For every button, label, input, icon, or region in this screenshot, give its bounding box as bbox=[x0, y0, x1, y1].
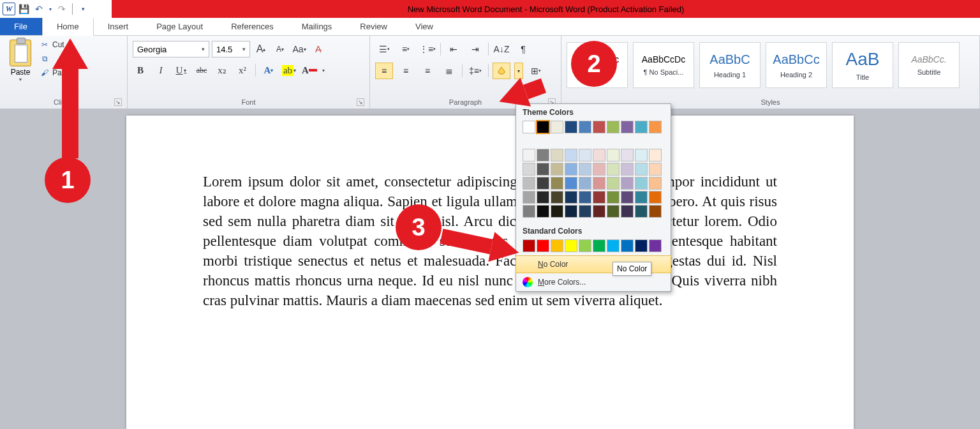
theme-swatch[interactable] bbox=[551, 191, 563, 204]
standard-swatch[interactable] bbox=[649, 239, 662, 252]
theme-swatch[interactable] bbox=[621, 177, 634, 190]
theme-swatch[interactable] bbox=[537, 149, 549, 162]
theme-swatch[interactable] bbox=[523, 149, 535, 162]
redo-icon[interactable]: ↷ bbox=[55, 2, 69, 16]
theme-swatch[interactable] bbox=[565, 191, 577, 204]
theme-swatch[interactable] bbox=[579, 149, 591, 162]
numbering-button[interactable]: ≡▾ bbox=[397, 41, 415, 57]
theme-swatch[interactable] bbox=[607, 205, 620, 218]
theme-swatch[interactable] bbox=[565, 121, 577, 133]
theme-swatch[interactable] bbox=[621, 163, 634, 176]
theme-swatch[interactable] bbox=[621, 191, 634, 204]
theme-swatch[interactable] bbox=[649, 177, 662, 190]
tab-page-layout[interactable]: Page Layout bbox=[142, 18, 217, 35]
theme-swatch[interactable] bbox=[593, 149, 605, 162]
shrink-font-button[interactable]: A▾ bbox=[272, 41, 288, 57]
theme-swatch[interactable] bbox=[607, 191, 620, 204]
standard-swatch[interactable] bbox=[593, 239, 605, 252]
standard-swatch[interactable] bbox=[565, 239, 577, 252]
theme-swatch[interactable] bbox=[607, 121, 620, 133]
theme-swatch[interactable] bbox=[649, 121, 662, 133]
theme-swatch[interactable] bbox=[593, 205, 605, 218]
sort-button[interactable]: A↓Z bbox=[493, 41, 510, 57]
theme-swatch[interactable] bbox=[551, 205, 563, 218]
theme-swatch[interactable] bbox=[635, 177, 648, 190]
theme-swatch[interactable] bbox=[537, 163, 549, 176]
subscript-button[interactable]: x₂ bbox=[214, 63, 230, 78]
theme-swatch[interactable] bbox=[579, 177, 591, 190]
paste-button[interactable]: Paste ▾ bbox=[5, 40, 36, 82]
theme-swatch[interactable] bbox=[649, 163, 662, 176]
tab-mailings[interactable]: Mailings bbox=[288, 18, 346, 35]
tab-references[interactable]: References bbox=[217, 18, 287, 35]
clipboard-launcher-icon[interactable]: ↘ bbox=[114, 98, 122, 106]
theme-swatch[interactable] bbox=[593, 121, 605, 133]
theme-swatch[interactable] bbox=[537, 121, 549, 133]
bullets-button[interactable]: ☰▾ bbox=[375, 41, 393, 57]
style-tile-5[interactable]: AaBbCc.Subtitle bbox=[898, 42, 960, 88]
theme-swatch[interactable] bbox=[607, 163, 620, 176]
theme-swatch[interactable] bbox=[607, 177, 620, 190]
standard-swatch[interactable] bbox=[607, 239, 620, 252]
tab-home[interactable]: Home bbox=[42, 18, 94, 36]
style-tile-3[interactable]: AaBbCcHeading 2 bbox=[766, 42, 827, 88]
theme-swatch[interactable] bbox=[551, 177, 563, 190]
save-icon[interactable]: 💾 bbox=[17, 2, 31, 16]
theme-swatch[interactable] bbox=[593, 163, 605, 176]
theme-swatch[interactable] bbox=[523, 121, 535, 133]
font-color-button[interactable]: A bbox=[302, 63, 317, 78]
theme-swatch[interactable] bbox=[523, 191, 535, 204]
standard-swatch[interactable] bbox=[621, 239, 634, 252]
theme-swatch[interactable] bbox=[635, 121, 648, 133]
line-spacing-button[interactable]: ‡≡▾ bbox=[466, 63, 484, 79]
theme-swatch[interactable] bbox=[551, 163, 563, 176]
standard-swatch[interactable] bbox=[579, 239, 591, 252]
style-tile-2[interactable]: AaBbCHeading 1 bbox=[699, 42, 761, 88]
standard-swatch[interactable] bbox=[635, 239, 648, 252]
style-tile-4[interactable]: AaBTitle bbox=[832, 42, 893, 88]
standard-swatch[interactable] bbox=[551, 239, 563, 252]
theme-swatch[interactable] bbox=[649, 149, 662, 162]
tab-review[interactable]: Review bbox=[346, 18, 401, 35]
theme-swatch[interactable] bbox=[537, 205, 549, 218]
theme-swatch[interactable] bbox=[523, 177, 535, 190]
undo-dropdown-icon[interactable]: ▾ bbox=[47, 2, 54, 16]
theme-swatch[interactable] bbox=[523, 163, 535, 176]
theme-swatch[interactable] bbox=[649, 191, 662, 204]
multilevel-list-button[interactable]: ⋮≡▾ bbox=[419, 41, 436, 57]
text-effects-button[interactable]: A▾ bbox=[261, 63, 276, 78]
show-marks-button[interactable]: ¶ bbox=[514, 41, 532, 57]
underline-button[interactable]: U▾ bbox=[174, 63, 189, 78]
grow-font-button[interactable]: A▴ bbox=[253, 41, 269, 57]
theme-swatch[interactable] bbox=[621, 149, 634, 162]
shading-button[interactable] bbox=[493, 63, 510, 79]
standard-swatch[interactable] bbox=[523, 239, 535, 252]
theme-swatch[interactable] bbox=[523, 205, 535, 218]
theme-swatch[interactable] bbox=[565, 163, 577, 176]
undo-icon[interactable]: ↶ bbox=[32, 2, 46, 16]
theme-swatch[interactable] bbox=[593, 177, 605, 190]
theme-swatch[interactable] bbox=[579, 205, 591, 218]
superscript-button[interactable]: x² bbox=[235, 63, 250, 78]
standard-swatch[interactable] bbox=[537, 239, 549, 252]
theme-swatch[interactable] bbox=[593, 191, 605, 204]
theme-swatch[interactable] bbox=[635, 149, 648, 162]
theme-swatch[interactable] bbox=[565, 177, 577, 190]
increase-indent-button[interactable]: ⇥ bbox=[466, 41, 484, 57]
tab-file[interactable]: File bbox=[0, 18, 42, 35]
style-tile-1[interactable]: AaBbCcDc¶ No Spaci... bbox=[633, 42, 694, 88]
qat-customize-icon[interactable]: ▾ bbox=[76, 2, 90, 16]
change-case-button[interactable]: Aa▾ bbox=[291, 41, 308, 57]
align-center-button[interactable]: ≡ bbox=[397, 63, 415, 79]
clear-formatting-button[interactable]: A̶ bbox=[310, 41, 327, 57]
theme-swatch[interactable] bbox=[607, 149, 620, 162]
theme-swatch[interactable] bbox=[565, 205, 577, 218]
tab-insert[interactable]: Insert bbox=[94, 18, 143, 35]
theme-swatch[interactable] bbox=[621, 121, 634, 133]
theme-swatch[interactable] bbox=[579, 121, 591, 133]
italic-button[interactable]: I bbox=[153, 63, 168, 78]
theme-swatch[interactable] bbox=[551, 121, 563, 133]
highlight-button[interactable]: ab▾ bbox=[281, 63, 297, 78]
theme-swatch[interactable] bbox=[537, 177, 549, 190]
theme-swatch[interactable] bbox=[649, 205, 662, 218]
